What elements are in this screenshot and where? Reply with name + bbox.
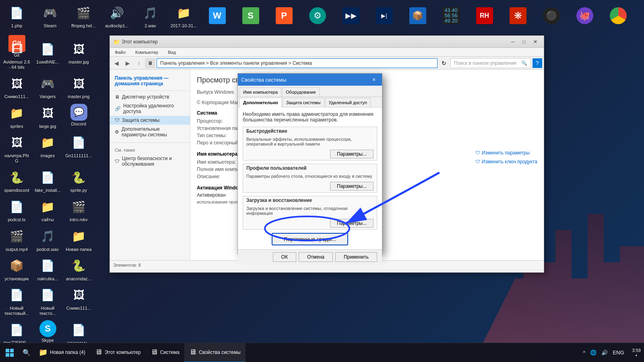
explorer-maximize-btn[interactable]: □	[519, 38, 529, 46]
desktop-icon-podcst-wav[interactable]: 🎵 podcst.wav	[33, 225, 63, 254]
desktop-icon-wav[interactable]: 🎵 2.wav	[135, 2, 165, 30]
cancel-btn[interactable]: Отмена	[299, 252, 333, 262]
desktop-icon-cpumon[interactable]: 43 40 56 56 49 20	[436, 6, 466, 27]
desktop-icon-nalitra[interactable]: 🖼 налитра.PNG	[2, 132, 32, 165]
taskbar-item-new-folder[interactable]: 📁 Новая папка (4)	[34, 343, 90, 362]
nav-up-btn[interactable]: ↑	[134, 58, 144, 68]
desktop-icon-output[interactable]: 🎬 output.mp4	[2, 225, 32, 254]
desktop-icon-1php[interactable]: 📄 1.php	[2, 2, 32, 30]
desktop-icon-spamdiscord[interactable]: 🐍 spamdiscord	[2, 166, 32, 195]
tab-file[interactable]: Файл	[113, 50, 127, 55]
search-box[interactable]: Поиск в панели управления 🔍	[450, 58, 531, 68]
device-manager-label: Диспетчер устройств	[122, 94, 169, 100]
left-icons-bar: 🎞 Avidemux 2.6 - 64 bits 📄 1uwdhNE... 🖼 …	[0, 36, 109, 349]
env-vars-btn[interactable]: Переменные среды...	[272, 233, 348, 245]
tray-network-icon[interactable]: 🌐	[588, 343, 598, 362]
desktop-icon-powershell[interactable]: ▶▶	[336, 6, 366, 27]
desktop-icon-anaconda[interactable]: 🐍 anacondaz...	[64, 255, 94, 283]
desktop-icon-vb2[interactable]: ⚫	[536, 6, 566, 27]
desktop-icon-nakrutka[interactable]: 📄 nakrutka...	[33, 255, 63, 283]
help-btn[interactable]: ?	[533, 58, 542, 68]
explorer-minimize-btn[interactable]: ─	[508, 38, 518, 46]
tab-view[interactable]: Вид	[166, 50, 178, 55]
desktop-icon-virtualbox[interactable]: 📦	[402, 6, 433, 27]
sidebar-advanced-params[interactable]: ⚙ Дополнительные параметры системы	[110, 125, 190, 139]
tray-expand-btn[interactable]: ^	[581, 343, 587, 362]
desktop-icon-vangers[interactable]: 🎮 Vangers	[33, 72, 63, 101]
desktop-icon-audioclip[interactable]: 🔊 audioclip1...	[102, 2, 132, 30]
desktop-icon-sayti[interactable]: 📁 сайты	[33, 195, 63, 224]
desktop-icon-newtext2[interactable]: 📄 Новый тексто...	[33, 284, 63, 318]
tab-hardware[interactable]: Оборудование	[282, 87, 320, 97]
desktop-icon-images[interactable]: 📁 images	[33, 132, 63, 165]
remote-access-label: Настройка удаленного доступа	[123, 103, 185, 114]
user-profiles-params-btn[interactable]: Параметры...	[330, 182, 374, 191]
remote-access-icon: 🔗	[115, 106, 121, 111]
desktop-icon-snimo2[interactable]: 🖼 Снимо111...	[64, 284, 94, 318]
tray-volume-icon[interactable]: 🔊	[600, 343, 609, 362]
desktop-icon-settings[interactable]: ⚙	[302, 6, 332, 27]
sidebar-device-manager[interactable]: 🖥 Диспетчер устройств	[110, 93, 190, 101]
desktop-icon-avidemux[interactable]: 🎞 Avidemux 2.6 - 64 bits	[2, 38, 32, 72]
taskbar-item-explorer[interactable]: 🖥 Этот компьютер	[90, 343, 146, 362]
desktop-icon-ffmpeg[interactable]: 🎬 ffmpeg.hel...	[68, 2, 99, 30]
wav-label: 2.wav	[144, 23, 156, 29]
1uwdh-icon: 📄	[38, 39, 58, 59]
desktop-icon-newfolder[interactable]: 📁 Новая папка	[64, 225, 94, 254]
desktop-icon-stardock[interactable]: ❋	[503, 6, 533, 27]
desktop-icon-github[interactable]: 🐙	[570, 6, 600, 27]
desktop-icon-1uwdh[interactable]: 📄 1uwdhNE...	[33, 38, 63, 72]
tab-remote[interactable]: Удаленный доступ	[325, 98, 371, 107]
desktop-icon-masterjpg[interactable]: 🖼 master.jpg	[64, 38, 94, 72]
tab-computer[interactable]: Компьютер	[134, 50, 160, 55]
desktop-icon-sprites[interactable]: 📁 sprites	[2, 102, 32, 131]
address-path[interactable]: Панель управления > Все элементы панели …	[157, 58, 438, 68]
desktop-icon-wps-writer[interactable]: W	[202, 6, 232, 27]
startup-params-btn[interactable]: Параметры...	[330, 219, 374, 228]
tab-additional[interactable]: Дополнительно	[239, 98, 282, 107]
start-button[interactable]	[0, 343, 19, 362]
sidebar-security-center[interactable]: 🛡 Центр безопасности и обслуживания	[110, 154, 190, 169]
desktop-icon-largejpg[interactable]: 🖼 large.jpg	[33, 102, 63, 131]
modify-params-btn[interactable]: 🛡 Изменить параметры	[475, 150, 537, 156]
desktop-icon-folder2017[interactable]: 📁 2017-10-31...	[169, 2, 199, 30]
tab-computer-name[interactable]: Имя компьютера	[239, 87, 281, 97]
desktop-icon-newtext[interactable]: 📄 Новый текстовый...	[2, 284, 32, 318]
refresh-btn[interactable]: ↻	[439, 58, 449, 68]
tab-system-protection[interactable]: Защита системы	[283, 98, 324, 107]
spritepy-label: sprite.py	[70, 188, 87, 193]
apply-btn[interactable]: Применить	[335, 252, 377, 262]
desktop-icon-spritepy[interactable]: 🐍 sprite.py	[64, 166, 94, 195]
audioclip-icon: 🔊	[107, 3, 127, 23]
taskbar-item-sys-props[interactable]: 🖥 Свойства системы	[184, 343, 246, 362]
desktop-icon-terminal[interactable]: ▶|	[369, 6, 399, 27]
desktop-icon-rh[interactable]: RH	[469, 6, 500, 27]
dialog-close-btn[interactable]: ×	[369, 75, 379, 84]
desktop-icon-discord[interactable]: 💬 Discord	[64, 102, 94, 131]
tray-language[interactable]: ENG	[611, 343, 625, 362]
desktop-icon-masterpng[interactable]: 🖼 master.png	[64, 72, 94, 101]
modify-key-btn[interactable]: 🛡 Изменить ключ продукта	[475, 159, 537, 165]
explorer-close-btn[interactable]: ✕	[530, 38, 541, 46]
sidebar-remote-access[interactable]: 🔗 Настройка удаленного доступа	[110, 101, 190, 116]
desktop-icon-snimo111[interactable]: 🖼 Снимо111...	[2, 72, 32, 101]
desktop-icon-gn111[interactable]: 📄 Gn1111111...	[64, 132, 94, 165]
nav-forward-btn[interactable]: ▶	[123, 58, 132, 68]
performance-params-btn[interactable]: Параметры...	[330, 150, 374, 158]
taskbar-clock[interactable]: 3:59 ▪	[629, 348, 644, 358]
desktop-icon-podcst[interactable]: 📄 podcst.ts	[2, 195, 32, 224]
search-button[interactable]: 🔍	[19, 343, 34, 362]
desktop-icon-steam[interactable]: 🎮 Steam	[35, 2, 65, 30]
desktop-icon-wps-sheets[interactable]: S	[235, 6, 266, 27]
terminal-icon: ▶|	[376, 7, 393, 24]
ok-btn[interactable]: ОК	[273, 252, 296, 262]
desktop-icon-fake[interactable]: 📄 fake_install...	[33, 166, 63, 195]
desktop-icon-chrome[interactable]	[603, 6, 633, 27]
nav-back-btn[interactable]: ◀	[111, 58, 121, 68]
desktop-icon-wps-pres[interactable]: P	[269, 6, 299, 27]
taskbar-item-system[interactable]: 🖥 Система	[146, 343, 184, 362]
system-properties-dialog[interactable]: Свойства системы × Имя компьютера Оборуд…	[237, 73, 382, 254]
desktop-icon-installer[interactable]: 📦 установщик	[2, 255, 32, 283]
sidebar-system-protection[interactable]: 🛡 Защита системы	[110, 116, 190, 125]
desktop-icon-intro[interactable]: 🎬 intro.mkv	[64, 195, 94, 224]
